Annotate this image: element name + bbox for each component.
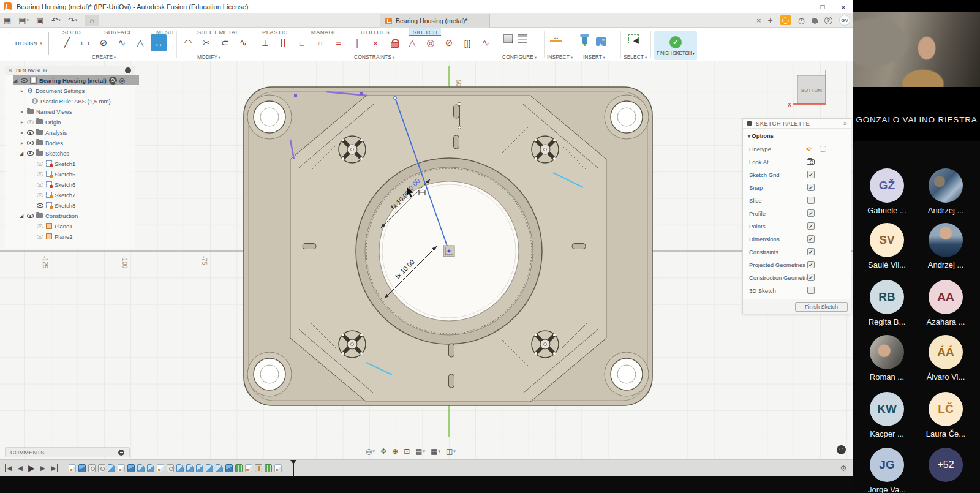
- measure-icon[interactable]: ↔: [550, 34, 562, 42]
- window-select-icon[interactable]: [628, 34, 639, 43]
- select-group-label[interactable]: SELECT: [624, 54, 647, 60]
- presenter-video-tile[interactable]: GONZALO VALIÑO RIESTRA: [853, 0, 980, 141]
- collapse-panel-icon[interactable]: «: [9, 67, 12, 73]
- job-status-icon[interactable]: [780, 15, 791, 25]
- grid-and-snaps-icon[interactable]: ▦▾: [431, 447, 440, 456]
- points-checkbox[interactable]: ✓: [807, 222, 815, 230]
- browser-item-plane1[interactable]: Plane1: [37, 221, 135, 231]
- collinear-icon[interactable]: ∟: [294, 34, 310, 51]
- timeline-sketch-icon[interactable]: [274, 464, 282, 472]
- concentric-constraint-icon[interactable]: ◎: [423, 34, 439, 51]
- visibility-eye-icon[interactable]: [37, 193, 43, 197]
- expander-icon[interactable]: ▸: [20, 130, 24, 135]
- timeline-extrude-icon[interactable]: [78, 464, 86, 472]
- panel-options-icon[interactable]: [125, 67, 131, 73]
- circle-tool-icon[interactable]: ⊘: [96, 34, 111, 51]
- minimize-icon[interactable]: [796, 1, 808, 12]
- timeline-sketch-icon[interactable]: [118, 464, 125, 472]
- timeline-extrude-icon[interactable]: [127, 464, 135, 472]
- participant-tile[interactable]: RB Regita B...: [861, 280, 913, 326]
- projected-geometries-checkbox[interactable]: ✓: [807, 261, 815, 268]
- expander-icon[interactable]: ◢: [20, 213, 24, 219]
- dimensions-checkbox[interactable]: ✓: [807, 235, 815, 243]
- browser-item-sketch6[interactable]: Sketch6: [37, 179, 135, 189]
- account-avatar[interactable]: GV: [839, 15, 850, 26]
- step-back-icon[interactable]: ◀: [17, 464, 22, 472]
- browser-item-origin[interactable]: ▸ Origin: [20, 117, 135, 127]
- participant-tile[interactable]: KW Kacper ...: [861, 392, 913, 438]
- insert-image-icon[interactable]: [596, 37, 606, 46]
- profile-checkbox[interactable]: ✓: [807, 209, 815, 217]
- timeline-pattern-icon[interactable]: [235, 464, 243, 472]
- finish-sketch-palette-button[interactable]: Finish Sketch: [795, 302, 848, 312]
- browser-item-sketch8[interactable]: Sketch8: [37, 200, 135, 210]
- timeline-sketch-icon[interactable]: [245, 464, 252, 472]
- spline-tool-icon[interactable]: ∿: [114, 34, 130, 51]
- go-to-start-icon[interactable]: ◀: [5, 464, 12, 472]
- rectangle-tool-icon[interactable]: ▭: [77, 34, 93, 51]
- tangent-circle-icon[interactable]: ○: [312, 34, 328, 51]
- timeline-fillet-icon[interactable]: [196, 464, 203, 472]
- item-label[interactable]: Sketch5: [55, 171, 75, 178]
- visibility-eye-icon[interactable]: [37, 224, 43, 228]
- expander-icon[interactable]: ▸: [20, 119, 24, 125]
- equal-constraint-icon[interactable]: =: [331, 34, 347, 51]
- browser-item-sketches[interactable]: ◢ Sketches: [20, 148, 135, 158]
- new-tab-icon[interactable]: [767, 15, 772, 26]
- browser-item-plane2[interactable]: Plane2: [37, 231, 135, 241]
- participant-tile[interactable]: SV Saulė Vil...: [861, 223, 913, 269]
- participant-tile[interactable]: ÁÁ Álvaro Vi...: [920, 335, 971, 382]
- visibility-eye-icon[interactable]: [37, 162, 43, 166]
- fillet-tool-icon[interactable]: ◠: [180, 34, 196, 51]
- configuration-table-icon[interactable]: [518, 34, 527, 43]
- home-icon[interactable]: ⌂: [85, 15, 99, 26]
- look-at-camera-icon[interactable]: [807, 159, 815, 165]
- pan-icon[interactable]: ✥: [380, 447, 386, 456]
- close-icon[interactable]: [837, 1, 850, 12]
- expander-icon[interactable]: ▸: [20, 140, 24, 146]
- insert-group-label[interactable]: INSERT: [583, 54, 605, 60]
- comments-bar[interactable]: COMMENTS: [5, 447, 130, 457]
- orbit-icon[interactable]: ◎▾: [366, 447, 375, 456]
- timeline-hole-icon[interactable]: [167, 464, 174, 472]
- line-tool-icon[interactable]: ╱: [59, 34, 75, 51]
- expander-icon[interactable]: ▸: [20, 88, 24, 94]
- corner-hole[interactable]: [247, 95, 292, 139]
- avatar[interactable]: JG: [870, 448, 904, 482]
- timeline-fillet-icon[interactable]: [137, 464, 145, 472]
- parallel-constraint-icon[interactable]: ∥: [349, 34, 365, 51]
- sketch-point[interactable]: [394, 97, 397, 100]
- item-label[interactable]: Plastic Rule: ABS (1,5 mm): [40, 98, 111, 105]
- redo-icon[interactable]: ↷▾: [68, 16, 77, 25]
- visibility-eye-icon[interactable]: [27, 141, 34, 145]
- timeline-extrude-icon[interactable]: [225, 464, 233, 472]
- find-in-window-icon[interactable]: [109, 77, 117, 85]
- visibility-eye-icon[interactable]: [37, 235, 43, 239]
- sketch-dimension-tool-icon[interactable]: ↔: [151, 34, 167, 51]
- timeline-sketch-icon[interactable]: [157, 464, 164, 472]
- viewcube[interactable]: BOTTOM X: [788, 70, 826, 108]
- item-label[interactable]: Construction: [45, 213, 78, 219]
- viewports-icon[interactable]: ◫▾: [446, 447, 456, 456]
- configuration-icon[interactable]: [503, 34, 513, 43]
- item-label[interactable]: Plane1: [55, 223, 73, 230]
- undo-icon[interactable]: ↶▾: [51, 16, 60, 25]
- coincident-icon[interactable]: [276, 34, 292, 51]
- browser-root-node[interactable]: ◢ Bearing Housing (metal) ◎: [13, 75, 139, 85]
- browser-item-plastic-rule[interactable]: Plastic Rule: ABS (1,5 mm): [32, 96, 135, 106]
- sketch-scale-icon[interactable]: ⊥: [257, 34, 273, 51]
- app-grid-icon[interactable]: ▦: [4, 16, 11, 25]
- sketch-grid-checkbox[interactable]: ✓: [807, 171, 815, 178]
- visibility-eye-icon[interactable]: [21, 78, 28, 83]
- timeline-bolt-icon[interactable]: [255, 464, 262, 472]
- visibility-eye-icon[interactable]: [37, 183, 43, 187]
- participant-tile[interactable]: LČ Laura Če...: [920, 392, 971, 438]
- constraints-checkbox[interactable]: ✓: [807, 248, 815, 255]
- item-label[interactable]: Sketch7: [55, 192, 75, 198]
- browser-item-construction[interactable]: ◢ Construction: [20, 211, 135, 220]
- participant-tile[interactable]: AA Azahara ...: [920, 280, 971, 326]
- overflow-count-avatar[interactable]: +52: [929, 448, 963, 482]
- avatar[interactable]: LČ: [929, 392, 963, 426]
- curvature-constraint-icon[interactable]: ∿: [478, 34, 494, 51]
- fit-icon[interactable]: ⊡: [404, 447, 410, 456]
